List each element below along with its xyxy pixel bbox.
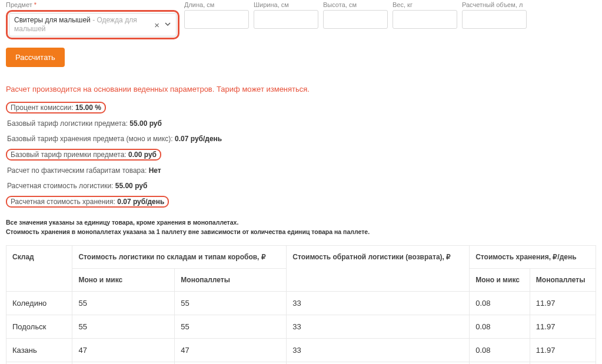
cell-warehouse: Электросталь [6, 362, 72, 364]
volume-column: Расчетный объем, л [462, 1, 527, 29]
notice-text: Расчет производится на основании веденны… [6, 85, 596, 93]
cell-log-pal: 55 [175, 291, 287, 315]
table-row: Подольск 55 55 33 0.08 11.97 [6, 315, 596, 338]
height-column: Высота, см [323, 1, 388, 29]
subject-icons: × [154, 21, 171, 29]
subject-selected-text: Свитеры для малышей - Одежда для малышей [14, 16, 154, 34]
cell-return: 33 [287, 291, 470, 315]
cell-return: 33 [287, 338, 470, 362]
weight-label: Вес, кг [393, 1, 457, 8]
clear-icon[interactable]: × [154, 21, 159, 29]
footnote-line1: Все значения указаны за единицу товара, … [6, 218, 596, 228]
cell-log-mix: 55 [72, 362, 175, 364]
chevron-down-icon[interactable] [164, 21, 171, 29]
subject-column: Предмет * Свитеры для малышей - Одежда д… [6, 1, 179, 39]
subject-select[interactable]: Свитеры для малышей - Одежда для малышей… [9, 13, 177, 36]
cell-st-mix: 0.08 [470, 291, 530, 315]
actual-dims-value: Нет [149, 166, 161, 175]
th-storage-mix: Моно и микс [470, 268, 530, 291]
required-asterisk: * [34, 1, 36, 8]
cell-st-pal: 11.97 [530, 315, 596, 338]
base-accept-line: Базовый тариф приемки предмета: 0.00 руб [6, 149, 161, 161]
length-input[interactable] [184, 10, 249, 29]
results-block: Процент комиссии: 15.00 % Базовый тариф … [6, 99, 596, 210]
th-logistics-pal: Монопаллеты [175, 268, 287, 291]
cell-return: 33 [287, 315, 470, 338]
form-row: Предмет * Свитеры для малышей - Одежда д… [6, 1, 596, 39]
subject-highlight: Свитеры для малышей - Одежда для малышей… [6, 10, 179, 39]
cell-st-pal: 11.97 [530, 362, 596, 364]
base-logistics-label: Базовый тариф логистики предмета: [7, 119, 128, 128]
base-accept-value: 0.00 руб [128, 151, 157, 159]
cell-st-mix: 0.08 [470, 362, 530, 364]
volume-label: Расчетный объем, л [462, 1, 527, 8]
calc-logistics-label: Расчетная стоимость логистики: [7, 182, 113, 190]
base-storage-value: 0.07 руб/день [175, 135, 222, 143]
weight-column: Вес, кг [393, 1, 457, 29]
table-row: Электросталь 55 55 33 0.08 11.97 [6, 362, 596, 364]
th-logistics: Стоимость логистики по складам и типам к… [72, 245, 287, 268]
actual-dims-label: Расчет по фактическим габаритам товара: [7, 166, 147, 175]
width-label: Ширина, см [254, 1, 318, 8]
cell-log-mix: 55 [72, 315, 175, 338]
th-warehouse: Склад [6, 245, 72, 291]
base-storage-label: Базовый тариф хранения предмета (моно и … [7, 135, 173, 143]
height-label: Высота, см [323, 1, 388, 8]
footnote: Все значения указаны за единицу товара, … [6, 218, 596, 237]
width-input[interactable] [254, 10, 318, 29]
calc-storage-label: Расчетная стоимость хранения: [11, 198, 115, 206]
calc-storage-line: Расчетная стоимость хранения: 0.07 руб/д… [6, 196, 169, 208]
cell-log-pal: 55 [175, 362, 287, 364]
weight-input[interactable] [393, 10, 457, 29]
tariff-table: Склад Стоимость логистики по складам и т… [6, 245, 596, 365]
base-logistics-value: 55.00 руб [129, 119, 162, 128]
height-input[interactable] [323, 10, 388, 29]
cell-st-pal: 11.97 [530, 338, 596, 362]
volume-input[interactable] [462, 10, 527, 29]
table-row: Казань 47 47 33 0.08 11.97 [6, 338, 596, 362]
cell-log-pal: 47 [175, 338, 287, 362]
th-return: Стоимость обратной логистики (возврата),… [287, 245, 470, 291]
base-storage-line: Базовый тариф хранения предмета (моно и … [6, 133, 223, 144]
cell-log-mix: 55 [72, 291, 175, 315]
calc-logistics-line: Расчетная стоимость логистики: 55.00 руб [6, 181, 148, 191]
width-column: Ширина, см [254, 1, 318, 29]
th-storage-pal: Монопаллеты [530, 268, 596, 291]
calculate-button[interactable]: Рассчитать [6, 48, 65, 67]
cell-st-pal: 11.97 [530, 291, 596, 315]
commission-line: Процент комиссии: 15.00 % [6, 102, 106, 113]
footnote-line2: Стоимость хранения в монопаллетах указан… [6, 228, 596, 237]
commission-value: 15.00 % [75, 103, 101, 112]
base-accept-label: Базовый тариф приемки предмета: [11, 151, 127, 159]
cell-warehouse: Подольск [6, 315, 72, 338]
tariff-tbody: Коледино 55 55 33 0.08 11.97 Подольск 55… [6, 291, 596, 364]
subject-label: Предмет * [6, 1, 179, 8]
table-row: Коледино 55 55 33 0.08 11.97 [6, 291, 596, 315]
subject-value: Свитеры для малышей [14, 16, 91, 24]
th-logistics-mix: Моно и микс [72, 268, 175, 291]
cell-warehouse: Коледино [6, 291, 72, 315]
subject-label-text: Предмет [6, 1, 32, 8]
calc-logistics-value: 55.00 руб [115, 182, 148, 190]
cell-st-mix: 0.08 [470, 338, 530, 362]
commission-label: Процент комиссии: [11, 103, 74, 112]
length-label: Длина, см [184, 1, 249, 8]
cell-log-mix: 47 [72, 338, 175, 362]
calc-storage-value: 0.07 руб/день [117, 198, 164, 206]
base-logistics-line: Базовый тариф логистики предмета: 55.00 … [6, 118, 163, 129]
th-storage: Стоимость хранения, ₽/день [470, 245, 596, 268]
cell-return: 33 [287, 362, 470, 364]
cell-warehouse: Казань [6, 338, 72, 362]
cell-log-pal: 55 [175, 315, 287, 338]
cell-st-mix: 0.08 [470, 315, 530, 338]
length-column: Длина, см [184, 1, 249, 29]
actual-dims-line: Расчет по фактическим габаритам товара: … [6, 165, 162, 176]
